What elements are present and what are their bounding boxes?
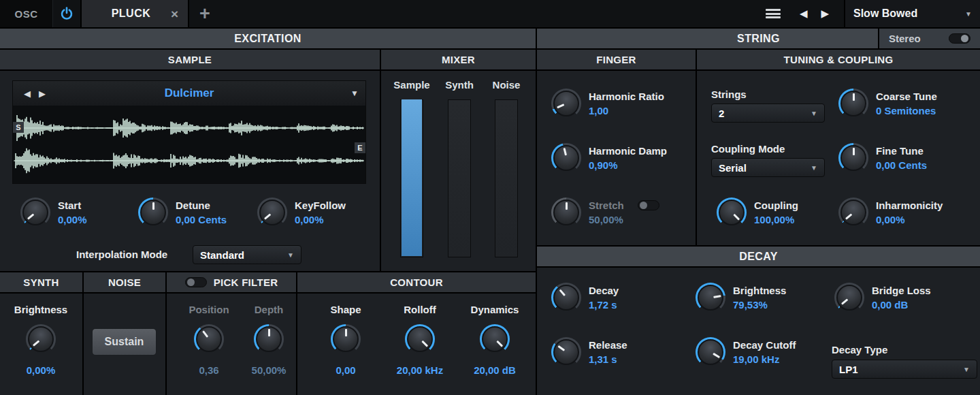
pick-depth-control: Depth 50,00% <box>242 304 296 376</box>
coupling-mode-select[interactable]: Serial ▼ <box>711 158 825 177</box>
decay-type-select[interactable]: LP1 ▼ <box>832 360 977 379</box>
rolloff-control: Rolloff 20,00 kHz <box>386 304 454 376</box>
decay-cutoff-knob[interactable] <box>696 337 725 367</box>
decay-value: 1,72 s <box>589 299 619 311</box>
finger-panel: Harmonic Ratio 1,00 Harmonic Damp 0,90% … <box>537 71 696 245</box>
chevron-down-icon: ▼ <box>811 110 817 117</box>
noise-panel: Sustain <box>84 294 165 395</box>
pick-filter-title: PICK FILTER <box>214 276 278 288</box>
mixer-noise-label: Noise <box>483 79 530 91</box>
next-preset-button[interactable]: ▶ <box>814 7 836 20</box>
sample-end-marker[interactable]: E <box>355 142 365 153</box>
coarse-tune-control: Coarse Tune 0 Semitones <box>838 89 937 118</box>
start-control: Start 0,00% <box>20 198 87 227</box>
fine-tune-knob[interactable] <box>838 143 868 173</box>
tab-pluck[interactable]: PLUCK × <box>82 0 189 27</box>
tuning-coupling-header: TUNING & COUPLING <box>697 50 980 69</box>
start-value: 0,00% <box>58 214 87 225</box>
brightness-knob[interactable] <box>26 324 56 354</box>
coupling-mode-label: Coupling Mode <box>711 143 785 155</box>
dynamics-value: 20,00 dB <box>474 364 516 376</box>
mixer-sample-slider[interactable] <box>400 99 423 257</box>
stereo-toggle[interactable] <box>949 33 970 44</box>
decay-knob[interactable] <box>551 283 581 313</box>
tuning-coupling-panel: Strings 2 ▼ Coupling Mode Serial ▼ Coupl… <box>697 71 980 245</box>
chevron-down-icon: ▼ <box>811 164 817 172</box>
noise-header: NOISE <box>84 272 165 292</box>
keyfollow-label: KeyFollow <box>295 200 346 211</box>
release-control: Release 1,31 s <box>551 337 627 367</box>
preset-name: Slow Bowed <box>853 7 965 20</box>
dynamics-label: Dynamics <box>471 304 519 315</box>
inharmonicity-value: 0,00% <box>876 214 943 225</box>
rolloff-value: 20,00 kHz <box>397 364 443 376</box>
inharmonicity-knob[interactable] <box>838 198 868 227</box>
interpolation-mode-label: Interpolation Mode <box>76 249 167 260</box>
keyfollow-knob[interactable] <box>257 198 287 227</box>
tab-label: PLUCK <box>91 7 171 20</box>
position-label: Position <box>189 304 229 315</box>
sample-name[interactable]: Dulcimer <box>13 86 365 100</box>
stretch-value: 50,00% <box>589 214 659 225</box>
decay-label: Decay <box>589 285 619 296</box>
decay-type-value: LP1 <box>839 364 858 375</box>
decay-cutoff-value: 19,00 kHz <box>733 353 796 365</box>
sustain-button[interactable]: Sustain <box>92 328 157 356</box>
pick-filter-panel: Position 0,36 Depth 50,00% <box>167 294 296 395</box>
preset-selector[interactable]: Slow Bowed ▼ <box>844 0 980 27</box>
dynamics-knob[interactable] <box>480 324 510 354</box>
interpolation-mode-value: Standard <box>200 249 244 261</box>
rolloff-knob[interactable] <box>405 324 435 354</box>
mixer-synth-slider[interactable] <box>448 99 471 257</box>
bridge-loss-knob[interactable] <box>834 283 864 313</box>
menu-icon[interactable] <box>766 9 781 18</box>
sample-waveform-box: ◀ ▶ Dulcimer ▼ S E <box>12 80 366 184</box>
interpolation-mode-select[interactable]: Standard ▼ <box>193 245 301 264</box>
waveform-svg <box>13 106 365 183</box>
coupling-knob[interactable] <box>717 198 747 227</box>
shape-value: 0,00 <box>336 364 355 376</box>
previous-preset-button[interactable]: ◀ <box>793 7 815 20</box>
position-knob[interactable] <box>194 324 224 354</box>
detune-knob[interactable] <box>138 198 168 227</box>
keyfollow-control: KeyFollow 0,00% <box>257 198 346 227</box>
release-knob[interactable] <box>551 337 581 367</box>
stretch-knob[interactable] <box>551 198 581 227</box>
stretch-toggle[interactable] <box>638 200 659 210</box>
strings-select[interactable]: 2 ▼ <box>711 104 825 123</box>
power-button[interactable] <box>53 0 82 27</box>
release-label: Release <box>589 339 627 351</box>
close-tab-icon[interactable]: × <box>171 7 178 20</box>
contour-panel: Shape 0,00 Rolloff 20,00 kHz Dynamics 20… <box>297 294 536 395</box>
shape-knob[interactable] <box>331 324 361 354</box>
inharmonicity-label: Inharmonicity <box>876 200 943 211</box>
top-bar: OSC PLUCK × + ◀ ▶ Slow Bowed ▼ <box>0 0 980 27</box>
decay-control: Decay 1,72 s <box>551 283 619 313</box>
start-knob[interactable] <box>20 198 50 227</box>
bridge-loss-label: Bridge Loss <box>872 285 931 296</box>
sample-header: SAMPLE <box>0 50 380 69</box>
detune-value: 0,00 Cents <box>176 214 227 225</box>
harmonic-damp-knob[interactable] <box>551 143 581 173</box>
keyfollow-value: 0,00% <box>295 214 346 225</box>
mixer-noise-slider[interactable] <box>495 99 518 257</box>
chevron-down-icon: ▼ <box>963 366 970 373</box>
brightness-label: Brightness <box>14 304 67 315</box>
stereo-cell: Stereo <box>878 29 980 48</box>
harmonic-damp-label: Harmonic Damp <box>589 145 667 157</box>
decay-brightness-knob[interactable] <box>696 283 725 313</box>
pick-filter-header: PICK FILTER <box>167 272 296 292</box>
decay-cutoff-label: Decay Cutoff <box>733 339 796 351</box>
pick-filter-toggle[interactable] <box>185 277 207 287</box>
synth-brightness-control: Brightness 0,00% <box>3 304 78 376</box>
coarse-tune-knob[interactable] <box>838 89 868 118</box>
harmonic-ratio-knob[interactable] <box>551 89 581 118</box>
fine-tune-value: 0,00 Cents <box>876 159 927 171</box>
coupling-mode-value: Serial <box>719 162 747 174</box>
depth-knob[interactable] <box>254 324 284 354</box>
coupling-control: Coupling 100,00% <box>717 198 798 227</box>
sample-start-marker[interactable]: S <box>13 122 24 133</box>
coupling-label: Coupling <box>754 200 798 211</box>
add-tab-button[interactable]: + <box>189 0 220 27</box>
waveform-display[interactable]: S E <box>13 106 365 183</box>
